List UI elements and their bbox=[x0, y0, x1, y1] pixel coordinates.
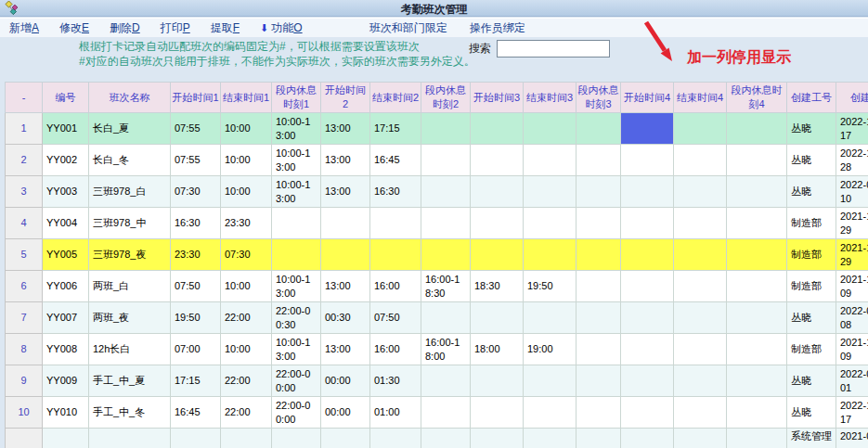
cell-rest3[interactable] bbox=[577, 302, 621, 334]
cell-creator[interactable]: 制造部 bbox=[787, 239, 836, 271]
cell-rest4[interactable] bbox=[727, 239, 787, 271]
cell-rest4[interactable] bbox=[727, 365, 787, 397]
cell-name[interactable]: 12h长白 bbox=[89, 334, 171, 365]
cell-rest3[interactable] bbox=[577, 176, 621, 208]
cell-end2[interactable]: 01:30 bbox=[370, 365, 421, 397]
column-header[interactable]: 开始时间1 bbox=[171, 83, 221, 113]
column-header[interactable]: 段内休息时刻1 bbox=[272, 83, 321, 113]
cell-start2[interactable]: 13:00 bbox=[321, 113, 370, 145]
cell-creator[interactable]: 丛晓 bbox=[787, 176, 836, 208]
cell-start2[interactable]: 13:00 bbox=[321, 145, 370, 176]
cell-rest4[interactable] bbox=[727, 208, 787, 239]
column-header[interactable]: 结束时间1 bbox=[221, 83, 272, 113]
cell-name[interactable]: 手工_中_冬 bbox=[89, 397, 171, 429]
cell-start4[interactable] bbox=[621, 208, 674, 239]
cell-date[interactable]: 2021-1 09 bbox=[836, 334, 868, 365]
cell-start3[interactable]: 18:30 bbox=[471, 271, 524, 302]
cell-start1[interactable]: 19:50 bbox=[171, 302, 221, 334]
cell-start4[interactable] bbox=[621, 113, 674, 145]
cell-rest1[interactable]: 22:00-00:30 bbox=[272, 302, 321, 334]
cell-rest1[interactable]: 10:00-13:00 bbox=[272, 145, 321, 176]
cell-end3[interactable] bbox=[524, 302, 577, 334]
cell-date[interactable]: 2022-1 17 bbox=[836, 113, 868, 145]
cell-end1[interactable]: 22:00 bbox=[221, 397, 272, 429]
cell-rest3[interactable] bbox=[577, 334, 621, 365]
cell-creator[interactable]: 丛晓 bbox=[787, 365, 836, 397]
cell-end3[interactable] bbox=[524, 429, 577, 448]
row-number[interactable]: 6 bbox=[6, 271, 43, 302]
cell-rest2[interactable] bbox=[421, 397, 471, 429]
cell-end4[interactable] bbox=[674, 397, 727, 429]
cell-end2[interactable]: 16:45 bbox=[370, 145, 421, 176]
cell-date[interactable]: 2021-1 29 bbox=[836, 239, 868, 271]
cell-code[interactable]: YY004 bbox=[43, 208, 89, 239]
cell-rest3[interactable] bbox=[577, 365, 621, 397]
row-number[interactable]: 10 bbox=[6, 397, 43, 429]
cell-date[interactable]: 2021-0 bbox=[836, 429, 868, 448]
cell-start3[interactable] bbox=[471, 397, 524, 429]
cell-start2[interactable]: 00:00 bbox=[321, 365, 370, 397]
cell-start2[interactable]: 13:00 bbox=[321, 176, 370, 208]
function-menu-button[interactable]: ⬇功能O bbox=[260, 20, 303, 36]
cell-creator[interactable]: 丛晓 bbox=[787, 113, 836, 145]
row-number[interactable]: 1 bbox=[6, 113, 43, 145]
cell-rest1[interactable]: 10:00-13:00 bbox=[272, 271, 321, 302]
row-number[interactable] bbox=[6, 429, 43, 448]
cell-start1[interactable]: 17:15 bbox=[171, 365, 221, 397]
cell-rest4[interactable] bbox=[727, 271, 787, 302]
column-header[interactable]: 创建工号 bbox=[787, 83, 836, 113]
cell-start3[interactable] bbox=[471, 302, 524, 334]
cell-start3[interactable] bbox=[471, 239, 524, 271]
cell-end3[interactable] bbox=[524, 239, 577, 271]
cell-name[interactable]: 三班978_夜 bbox=[89, 239, 171, 271]
cell-creator[interactable]: 丛晓 bbox=[787, 397, 836, 429]
cell-end3[interactable]: 19:00 bbox=[524, 334, 577, 365]
column-header[interactable]: 结束时间4 bbox=[674, 83, 727, 113]
cell-end4[interactable] bbox=[674, 113, 727, 145]
cell-code[interactable]: YY005 bbox=[43, 239, 89, 271]
corner-header[interactable]: - bbox=[6, 83, 43, 113]
cell-start4[interactable] bbox=[621, 429, 674, 448]
cell-rest2[interactable] bbox=[421, 302, 471, 334]
cell-end1[interactable]: 22:00 bbox=[221, 365, 272, 397]
cell-creator[interactable]: 制造部 bbox=[787, 334, 836, 365]
cell-creator[interactable]: 制造部 bbox=[787, 271, 836, 302]
cell-name[interactable]: 长白_夏 bbox=[89, 113, 171, 145]
cell-end4[interactable] bbox=[674, 208, 727, 239]
cell-end2[interactable]: 16:00 bbox=[370, 271, 421, 302]
cell-end4[interactable] bbox=[674, 239, 727, 271]
cell-end3[interactable] bbox=[524, 145, 577, 176]
cell-code[interactable]: YY008 bbox=[43, 334, 89, 365]
cell-name[interactable]: 三班978_白 bbox=[89, 176, 171, 208]
column-header[interactable]: 开始时间2 bbox=[321, 83, 370, 113]
cell-start2[interactable]: 00:30 bbox=[321, 302, 370, 334]
cell-date[interactable]: 2022-0 10 bbox=[836, 176, 868, 208]
cell-rest2[interactable] bbox=[421, 239, 471, 271]
cell-end3[interactable] bbox=[524, 397, 577, 429]
cell-date[interactable]: 2022-0 08 bbox=[836, 302, 868, 334]
cell-rest2[interactable] bbox=[421, 113, 471, 145]
cell-start1[interactable]: 07:55 bbox=[171, 145, 221, 176]
column-header[interactable]: 结束时间3 bbox=[524, 83, 577, 113]
cell-creator[interactable]: 丛晓 bbox=[787, 302, 836, 334]
cell-start4[interactable] bbox=[621, 365, 674, 397]
column-header[interactable]: 创建日期 bbox=[836, 83, 868, 113]
row-number[interactable]: 7 bbox=[6, 302, 43, 334]
cell-name[interactable]: 手工_中_夏 bbox=[89, 365, 171, 397]
cell-rest2[interactable] bbox=[421, 145, 471, 176]
cell-rest1[interactable]: 10:00-13:00 bbox=[272, 113, 321, 145]
cell-code[interactable]: YY010 bbox=[43, 397, 89, 429]
cell-code[interactable]: YY001 bbox=[43, 113, 89, 145]
cell-end1[interactable]: 10:00 bbox=[221, 176, 272, 208]
cell-name[interactable]: 两班_夜 bbox=[89, 302, 171, 334]
cell-start2[interactable] bbox=[321, 429, 370, 448]
cell-rest3[interactable] bbox=[577, 271, 621, 302]
cell-code[interactable]: YY002 bbox=[43, 145, 89, 176]
cell-rest3[interactable] bbox=[577, 239, 621, 271]
delete-button[interactable]: 删除D bbox=[110, 20, 140, 36]
cell-name[interactable] bbox=[89, 429, 171, 448]
search-input[interactable] bbox=[497, 40, 610, 58]
cell-rest1[interactable] bbox=[272, 208, 321, 239]
row-number[interactable]: 4 bbox=[6, 208, 43, 239]
cell-end2[interactable] bbox=[370, 208, 421, 239]
